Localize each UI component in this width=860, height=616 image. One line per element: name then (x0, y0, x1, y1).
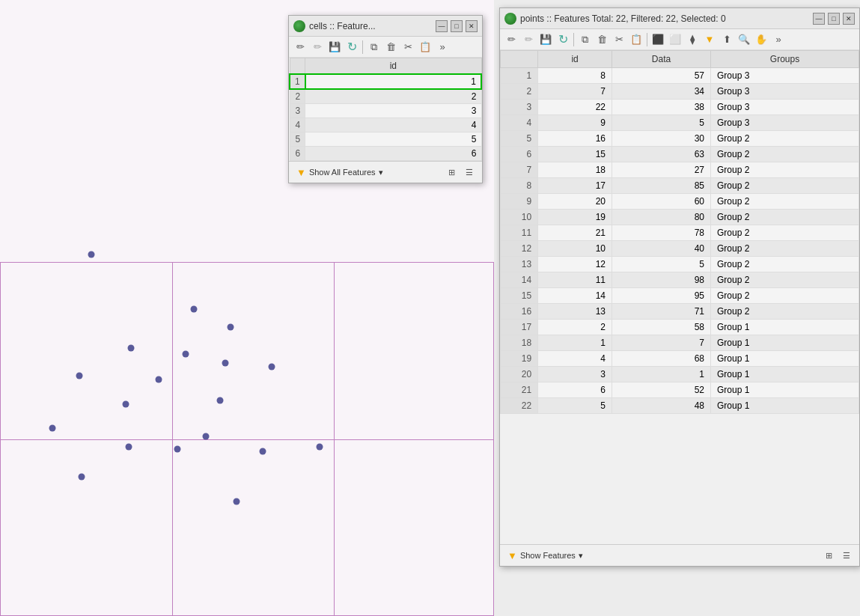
points-copy-button[interactable]: ⧉ (576, 31, 593, 48)
points-row-groups: Group 1 (711, 351, 859, 367)
points-table-row[interactable]: 22 5 48 Group 1 (501, 398, 859, 414)
points-more-button[interactable]: » (770, 31, 787, 48)
cells-more-button[interactable]: » (434, 39, 451, 55)
points-row-groups: Group 2 (711, 225, 859, 241)
cells-cut-button[interactable]: ✂ (400, 39, 416, 55)
cells-row-id: 3 (305, 104, 481, 118)
points-edit-off-button[interactable]: ✏ (520, 31, 537, 48)
points-table-row[interactable]: 15 14 95 Group 2 (501, 288, 859, 304)
points-table-row[interactable]: 12 10 40 Group 2 (501, 241, 859, 257)
points-row-data: 57 (612, 68, 711, 84)
cells-table-row[interactable]: 1 1 (290, 74, 481, 89)
points-window-controls[interactable]: — □ ✕ (813, 13, 855, 25)
points-row-groups: Group 3 (711, 115, 859, 131)
points-row-groups: Group 2 (711, 194, 859, 210)
cells-edit-off-button[interactable]: ✏ (309, 39, 326, 55)
points-table-row[interactable]: 9 20 60 Group 2 (501, 194, 859, 210)
points-grid-view-button[interactable]: ⊞ (820, 547, 837, 564)
cells-paste-button[interactable]: 📋 (417, 39, 433, 55)
points-row-num: 9 (501, 194, 538, 210)
points-table-row[interactable]: 17 2 58 Group 1 (501, 320, 859, 335)
map-dot (191, 306, 198, 313)
points-list-view-button[interactable]: ☰ (838, 547, 855, 564)
points-move-selected-button[interactable]: ⬆ (719, 31, 735, 48)
points-table-row[interactable]: 2 7 34 Group 3 (501, 84, 859, 100)
points-maximize-button[interactable]: □ (828, 13, 840, 25)
points-show-features-button[interactable]: ▼ Show Features ▾ (504, 549, 586, 563)
points-table-row[interactable]: 18 1 7 Group 1 (501, 335, 859, 351)
cells-save-button[interactable]: 💾 (326, 39, 343, 55)
points-row-id: 20 (538, 194, 612, 210)
cells-row-id: 4 (305, 118, 481, 132)
points-row-num: 21 (501, 382, 538, 398)
points-row-data: 68 (612, 351, 711, 367)
points-row-groups: Group 2 (711, 131, 859, 147)
points-row-data: 78 (612, 225, 711, 241)
cells-row-num: 3 (290, 104, 305, 118)
cells-grid-view-button[interactable]: ⊞ (443, 164, 460, 180)
cells-table-row[interactable]: 2 2 (290, 89, 481, 104)
cells-table-row[interactable]: 6 6 (290, 147, 481, 161)
cells-show-features-button[interactable]: ▼ Show All Features ▾ (293, 165, 386, 180)
points-close-button[interactable]: ✕ (843, 13, 855, 25)
cells-table-row[interactable]: 3 3 (290, 104, 481, 118)
points-row-id: 16 (538, 131, 612, 147)
points-table-row[interactable]: 5 16 30 Group 2 (501, 131, 859, 147)
points-paste-button[interactable]: 📋 (628, 31, 644, 48)
points-row-data: 27 (612, 162, 711, 178)
points-table-row[interactable]: 7 18 27 Group 2 (501, 162, 859, 178)
points-table-row[interactable]: 16 13 71 Group 2 (501, 304, 859, 320)
cells-refresh-button[interactable]: ↻ (344, 39, 360, 55)
points-row-id: 9 (538, 115, 612, 131)
points-row-data: 38 (612, 100, 711, 115)
cells-delete-button[interactable]: 🗑 (382, 39, 399, 55)
points-select-none-button[interactable]: ⬜ (667, 31, 683, 48)
cells-maximize-button[interactable]: □ (451, 20, 463, 32)
points-minimize-button[interactable]: — (813, 13, 825, 25)
points-table-row[interactable]: 10 19 80 Group 2 (501, 210, 859, 225)
cells-edit-button[interactable]: ✏ (292, 39, 308, 55)
points-row-groups: Group 2 (711, 210, 859, 225)
points-row-groups: Group 1 (711, 320, 859, 335)
points-table-row[interactable]: 6 15 63 Group 2 (501, 147, 859, 162)
points-row-groups: Group 1 (711, 335, 859, 351)
points-refresh-button[interactable]: ↻ (555, 31, 571, 48)
cells-row-id: 6 (305, 147, 481, 161)
cells-window-controls[interactable]: — □ ✕ (436, 20, 478, 32)
cells-table-row[interactable]: 4 4 (290, 118, 481, 132)
points-row-num: 3 (501, 100, 538, 115)
points-table-row[interactable]: 14 11 98 Group 2 (501, 272, 859, 288)
points-select-inv-button[interactable]: ⧫ (684, 31, 701, 48)
points-delete-button[interactable]: 🗑 (594, 31, 610, 48)
points-pan-map-button[interactable]: ✋ (753, 31, 769, 48)
cells-row-id: 2 (305, 89, 481, 104)
points-table-row[interactable]: 13 12 5 Group 2 (501, 257, 859, 272)
points-row-data: 5 (612, 115, 711, 131)
cells-table: id 1 1 2 2 3 3 4 4 5 5 6 6 (289, 58, 482, 161)
points-table-row[interactable]: 1 8 57 Group 3 (501, 68, 859, 84)
points-table-row[interactable]: 19 4 68 Group 1 (501, 351, 859, 367)
points-table-row[interactable]: 21 6 52 Group 1 (501, 382, 859, 398)
points-edit-button[interactable]: ✏ (503, 31, 519, 48)
points-select-all-button[interactable]: ⬛ (650, 31, 666, 48)
points-row-id: 13 (538, 304, 612, 320)
points-filter-button[interactable]: ▼ (701, 31, 718, 48)
points-table-row[interactable]: 3 22 38 Group 3 (501, 100, 859, 115)
cells-minimize-button[interactable]: — (436, 20, 448, 32)
points-save-button[interactable]: 💾 (537, 31, 554, 48)
map-dot (183, 351, 189, 358)
cell-h-line (1, 439, 493, 440)
cells-copy-button[interactable]: ⧉ (365, 39, 382, 55)
map-dot (317, 444, 323, 451)
map-dot (76, 373, 83, 379)
points-zoom-map-button[interactable]: 🔍 (736, 31, 752, 48)
points-table-row[interactable]: 20 3 1 Group 1 (501, 367, 859, 382)
points-table-row[interactable]: 11 21 78 Group 2 (501, 225, 859, 241)
points-table-row[interactable]: 4 9 5 Group 3 (501, 115, 859, 131)
cells-table-row[interactable]: 5 5 (290, 132, 481, 147)
cells-close-button[interactable]: ✕ (466, 20, 478, 32)
points-row-data: 80 (612, 210, 711, 225)
points-table-row[interactable]: 8 17 85 Group 2 (501, 178, 859, 194)
cells-list-view-button[interactable]: ☰ (461, 164, 478, 180)
points-cut-button[interactable]: ✂ (611, 31, 627, 48)
